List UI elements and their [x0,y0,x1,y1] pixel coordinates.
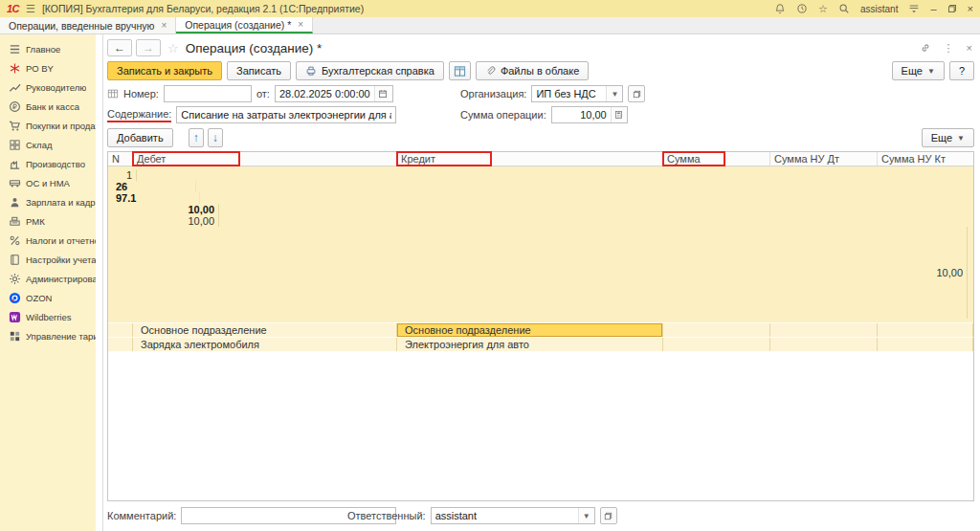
form-close-icon[interactable]: × [967,42,972,54]
responsible-field: ▼ [431,507,595,524]
content-input[interactable] [176,106,396,123]
sidebar-item-pokupki-i-prodazhi[interactable]: Покупки и продажи [0,116,96,135]
sidebar-divider [96,34,103,531]
postings-table: N Дебет Кредит Сумма Сумма НУ Дт Сумма Н… [107,151,974,501]
amount-nu-dt-cell[interactable]: 10,00 [112,215,219,227]
sidebar-item-rukovoditelyu[interactable]: Руководителю [0,77,96,97]
more-button[interactable]: Еще▼ [892,61,945,80]
credit-subconto1-cell-selected[interactable]: Основное подразделение [397,323,663,337]
add-row-button[interactable]: Добавить [107,128,173,147]
tab-operation-create[interactable]: Операция (создание) * × [176,17,313,33]
amount-input[interactable] [552,108,611,122]
move-row-up-button[interactable]: ↑ [189,128,204,147]
history-icon[interactable] [796,3,808,14]
back-button[interactable]: ← [107,39,132,56]
open-organization-icon[interactable] [628,85,645,102]
form-more-icon[interactable]: ⋮ [944,42,954,55]
sidebar-item-po-by[interactable]: РО BY [0,58,96,77]
save-and-close-button[interactable]: Записать и закрыть [107,61,222,80]
show-postings-button[interactable] [449,61,471,80]
number-input[interactable] [164,85,252,102]
current-user[interactable]: assistant [860,4,898,14]
debit-subconto1-cell[interactable]: Основное подразделение [133,323,397,337]
calendar-icon[interactable] [374,86,390,101]
table-row-accounts: 1 26 97.1 10,00 10,00 10,00 [108,166,973,323]
column-header-amount-nu-dt: Сумма НУ Дт [770,152,878,166]
sidebar-item-wildberries[interactable]: Wildberries [0,307,96,326]
toolbar-settings-icon[interactable] [908,3,920,14]
notifications-icon[interactable] [774,3,786,14]
sidebar-item-upravlenie-tarifom[interactable]: Управление тарифом [0,326,96,345]
calculator-icon[interactable] [611,107,627,122]
dropdown-chevron-icon[interactable]: ▼ [578,508,594,523]
cloud-files-button[interactable]: Файлы в облаке [476,61,589,80]
postings-table-icon [454,65,466,77]
row-number-cell [108,323,133,337]
arrow-up-icon: ↑ [193,131,199,144]
sidebar-item-sklad[interactable]: Склад [0,135,96,154]
titlebar-tools: ☆ assistant – × [774,3,973,15]
main-menu-icon[interactable]: ☰ [26,3,35,15]
search-icon[interactable] [838,3,850,14]
favorites-star-icon[interactable]: ☆ [818,3,828,15]
move-row-down-button[interactable]: ↓ [208,128,223,147]
date-label: от: [256,88,270,100]
row-number-cell[interactable]: 1 [112,169,137,181]
table-header: N Дебет Кредит Сумма Сумма НУ Дт Сумма Н… [108,152,973,166]
favorite-star-icon[interactable]: ☆ [167,41,179,55]
command-bar: Записать и закрыть Записать Бухгалтерска… [107,58,974,83]
sidebar-item-ozon[interactable]: OZON [0,288,96,307]
amount-nu-kt-cell[interactable]: 10,00 [112,227,968,319]
open-responsible-icon[interactable] [600,507,617,524]
table-more-button[interactable]: Еще▼ [922,128,974,147]
amount-cell[interactable]: 10,00 [112,204,219,215]
responsible-label: Ответственный: [347,510,426,521]
debit-account-cell[interactable]: 26 [112,181,196,192]
tab-close-icon[interactable]: × [161,20,167,31]
sidebar-item-administrirovanie[interactable]: Администрирование [0,269,96,288]
dropdown-chevron-icon[interactable]: ▼ [606,86,622,101]
field-group-amount: Сумма операции: [460,104,628,125]
sidebar-item-zarplata-i-kadry[interactable]: Зарплата и кадры [0,192,96,211]
comment-label: Комментарий: [107,510,176,521]
forward-button[interactable]: → [136,39,161,56]
amount-label: Сумма операции: [460,109,546,121]
sidebar-item-os-i-nma[interactable]: ОС и НМА [0,173,96,192]
warehouse-boxes-icon [8,139,21,151]
help-button[interactable]: ? [949,61,974,80]
sidebar-item-rmk[interactable]: РМК [0,211,96,231]
menu-icon [8,43,21,55]
sidebar-item-proizvodstvo[interactable]: Производство [0,154,96,173]
paperclip-icon [485,66,496,77]
close-button[interactable]: × [968,4,973,14]
wildberries-logo [8,311,21,323]
amount-nu-kt-empty-cell[interactable] [878,323,973,337]
sidebar-item-glavnoe[interactable]: Главное [0,39,96,58]
coin-icon [8,100,21,113]
tab-bar: Операции, введенные вручную × Операция (… [0,17,980,34]
responsible-input[interactable] [432,509,578,523]
date-input[interactable] [276,87,374,101]
sidebar-item-bank-i-kassa[interactable]: Банк и касса [0,97,96,116]
amount-nu-dt-empty-cell[interactable] [770,323,878,337]
tab-operations-list[interactable]: Операции, введенные вручную × [0,17,176,33]
column-header-debit: Дебет [133,152,397,166]
debit-subconto2-cell[interactable]: Зарядка электромобиля [133,338,397,351]
amount-nu-kt-empty-cell[interactable] [878,338,973,351]
amount-empty-cell[interactable] [663,338,770,351]
organization-input[interactable] [532,87,606,101]
restore-button[interactable] [947,4,957,13]
tab-close-icon[interactable]: × [298,19,303,30]
amount-nu-dt-empty-cell[interactable] [770,338,878,351]
sidebar-item-nalogi[interactable]: Налоги и отчетность [0,231,96,250]
save-button[interactable]: Записать [227,61,291,80]
tariff-tiles-icon [8,330,21,343]
minimize-button[interactable]: – [930,4,936,14]
credit-subconto2-cell[interactable]: Электроэнергия для авто [397,338,663,351]
get-link-icon[interactable] [920,42,931,54]
sidebar-item-nastroyki-ucheta[interactable]: Настройки учета [0,250,96,269]
credit-account-cell[interactable]: 97.1 [112,192,200,204]
accounting-reference-button[interactable]: Бухгалтерская справка [296,61,444,80]
amount-empty-cell[interactable] [663,323,770,337]
ledger-book-icon [8,254,21,266]
